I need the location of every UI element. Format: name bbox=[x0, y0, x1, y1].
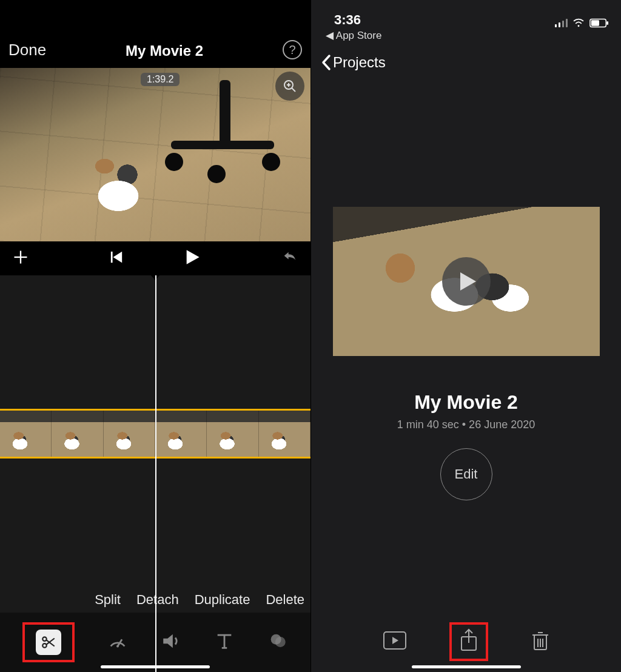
filters-tab[interactable] bbox=[267, 631, 288, 654]
split-button[interactable]: Split bbox=[95, 592, 121, 608]
project-title: My Movie 2 bbox=[414, 391, 518, 414]
nav-row: Projects bbox=[311, 45, 621, 79]
tutorial-highlight-share bbox=[449, 622, 488, 661]
chair-graphic bbox=[165, 80, 286, 201]
go-to-start-button[interactable] bbox=[110, 250, 123, 266]
duplicate-button[interactable]: Duplicate bbox=[195, 592, 250, 608]
svg-point-20 bbox=[275, 637, 286, 647]
share-icon bbox=[459, 628, 478, 653]
speaker-icon bbox=[161, 631, 181, 651]
imovie-editor-screen: Done My Movie 2 ? 1:39.2 bbox=[0, 0, 310, 672]
timestamp-badge: 1:39.2 bbox=[141, 73, 180, 86]
project-detail: My Movie 2 1 min 40 sec • 26 June 2020 E… bbox=[311, 79, 621, 672]
scissors-icon bbox=[41, 634, 56, 650]
svg-rect-7 bbox=[111, 252, 113, 263]
volume-tab[interactable] bbox=[161, 631, 181, 654]
svg-marker-8 bbox=[187, 250, 200, 264]
back-button[interactable]: Projects bbox=[321, 54, 386, 71]
project-title-header: My Movie 2 bbox=[126, 42, 203, 59]
cellular-signal-icon bbox=[555, 19, 568, 27]
clip-thumbnail bbox=[259, 411, 310, 457]
project-metadata: 1 min 40 sec • 26 June 2020 bbox=[397, 418, 535, 431]
svg-rect-24 bbox=[606, 21, 608, 25]
share-button[interactable] bbox=[459, 628, 478, 655]
editor-top-bar: Done My Movie 2 ? bbox=[0, 0, 310, 68]
clip-thumbnail bbox=[0, 411, 52, 457]
done-button[interactable]: Done bbox=[8, 41, 46, 59]
project-bottom-toolbar bbox=[311, 611, 621, 672]
undo-button[interactable] bbox=[281, 249, 298, 268]
status-bar: 3:36 bbox=[311, 0, 621, 29]
help-button[interactable]: ? bbox=[283, 40, 302, 59]
playhead-line[interactable] bbox=[155, 275, 156, 672]
cat-graphic bbox=[73, 141, 164, 226]
back-label: Projects bbox=[333, 54, 386, 71]
clip-action-row: Split Detach Duplicate Delete bbox=[79, 592, 304, 608]
imovie-projects-screen: 3:36 ◀ App Store Projects My Movie 2 1 m… bbox=[310, 0, 621, 672]
edit-button[interactable]: Edit bbox=[440, 448, 492, 500]
add-media-button[interactable] bbox=[12, 249, 29, 268]
svg-line-1 bbox=[292, 88, 295, 92]
svg-point-14 bbox=[116, 645, 119, 648]
actions-tab[interactable] bbox=[36, 630, 61, 655]
question-icon: ? bbox=[289, 43, 295, 57]
svg-marker-6 bbox=[113, 252, 123, 263]
delete-project-button[interactable] bbox=[531, 629, 550, 654]
timeline-area[interactable]: Split Detach Duplicate Delete bbox=[0, 275, 310, 672]
plus-icon bbox=[12, 249, 29, 266]
play-icon bbox=[460, 272, 476, 291]
delete-button[interactable]: Delete bbox=[266, 592, 304, 608]
zoom-in-button[interactable] bbox=[275, 72, 304, 101]
text-icon bbox=[214, 631, 235, 651]
svg-marker-15 bbox=[163, 634, 173, 648]
app-back-breadcrumb[interactable]: ◀ App Store bbox=[311, 29, 621, 45]
project-thumbnail[interactable] bbox=[333, 207, 600, 356]
clip-thumbnail bbox=[52, 411, 103, 457]
play-button[interactable] bbox=[184, 249, 201, 268]
detach-button[interactable]: Detach bbox=[136, 592, 179, 608]
magnifier-plus-icon bbox=[283, 79, 297, 93]
trash-icon bbox=[531, 629, 550, 652]
play-icon bbox=[184, 249, 201, 266]
skip-start-icon bbox=[110, 250, 123, 264]
clip-thumbnail bbox=[104, 411, 155, 457]
clip-thumbnail bbox=[207, 411, 258, 457]
clip-thumbnail bbox=[155, 411, 207, 457]
filters-icon bbox=[267, 631, 288, 651]
svg-point-21 bbox=[578, 25, 580, 27]
play-project-button[interactable] bbox=[383, 631, 407, 653]
chevron-left-icon bbox=[321, 54, 332, 71]
home-indicator[interactable] bbox=[412, 665, 521, 668]
titles-tab[interactable] bbox=[214, 631, 235, 654]
status-icons-group bbox=[555, 18, 609, 28]
status-time: 3:36 bbox=[334, 12, 361, 28]
svg-rect-23 bbox=[591, 20, 599, 25]
tutorial-highlight-scissors bbox=[22, 622, 75, 662]
battery-icon bbox=[589, 18, 609, 28]
video-preview[interactable]: 1:39.2 bbox=[0, 68, 310, 241]
speedometer-icon bbox=[107, 631, 128, 651]
speed-tab[interactable] bbox=[107, 631, 128, 654]
play-overlay-button[interactable] bbox=[442, 257, 491, 306]
undo-icon bbox=[281, 249, 298, 266]
wifi-icon bbox=[572, 18, 585, 28]
play-rect-icon bbox=[383, 631, 407, 650]
svg-marker-26 bbox=[392, 637, 398, 644]
